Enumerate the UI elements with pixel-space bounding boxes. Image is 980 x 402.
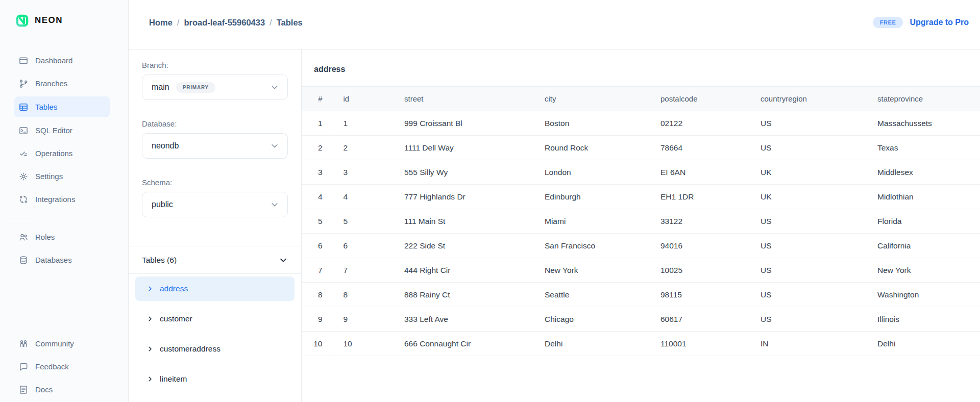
sidebar-item-label: Databases bbox=[35, 256, 72, 264]
dashboard-icon bbox=[18, 56, 29, 66]
table-cell: 9 bbox=[302, 307, 332, 332]
table-cell: UK bbox=[749, 160, 866, 185]
sidebar-item-label: Settings bbox=[35, 172, 63, 181]
sidebar-nav-secondary: RolesDatabases bbox=[0, 225, 128, 271]
table-cell: US bbox=[749, 258, 866, 283]
tables-section-header[interactable]: Tables (6) bbox=[129, 246, 301, 274]
upgrade-to-pro-link[interactable]: Upgrade to Pro bbox=[910, 18, 969, 27]
tables-list-item-lineitem[interactable]: lineitem bbox=[135, 367, 295, 391]
sidebar-item-label: Dashboard bbox=[35, 56, 72, 65]
table-row: 88888 Rainy CtSeattle98115USWashington bbox=[302, 283, 980, 307]
sidebar-item-integrations[interactable]: Integrations bbox=[14, 188, 110, 211]
branch-select[interactable]: main PRIMARY bbox=[142, 74, 288, 100]
community-icon bbox=[18, 339, 29, 349]
sidebar-item-operations[interactable]: Operations bbox=[14, 142, 110, 165]
roles-icon bbox=[18, 232, 29, 242]
schema-select[interactable]: public bbox=[142, 192, 288, 217]
breadcrumb-home[interactable]: Home bbox=[149, 18, 173, 28]
table-cell: 4 bbox=[332, 185, 393, 209]
sidebar-item-branches[interactable]: Branches bbox=[14, 72, 110, 95]
branch-value: main bbox=[152, 83, 169, 92]
sidebar-item-feedback[interactable]: Feedback bbox=[14, 355, 110, 378]
column-header-street: street bbox=[393, 87, 533, 111]
chev-right-icon bbox=[146, 345, 154, 353]
table-cell: 666 Connaught Cir bbox=[393, 332, 533, 356]
sidebar-nav-footer: CommunityFeedbackDocs bbox=[0, 332, 128, 402]
table-item-label: customeraddress bbox=[160, 344, 220, 354]
operations-icon bbox=[18, 148, 29, 159]
sidebar-item-dashboard[interactable]: Dashboard bbox=[14, 49, 110, 72]
table-cell: US bbox=[749, 283, 866, 307]
tables-list-item-customeraddress[interactable]: customeraddress bbox=[135, 337, 295, 361]
table-cell: Midlothian bbox=[866, 185, 980, 209]
table-row: 55111 Main StMiami33122USFlorida bbox=[302, 209, 980, 234]
table-cell: 222 Side St bbox=[393, 234, 533, 258]
sidebar-item-tables[interactable]: Tables bbox=[14, 96, 110, 117]
table-cell: 8 bbox=[332, 283, 393, 307]
table-cell: 3 bbox=[332, 160, 393, 185]
sidebar-item-docs[interactable]: Docs bbox=[14, 378, 110, 401]
table-cell: 10025 bbox=[649, 258, 749, 283]
table-row: 66222 Side StSan Francisco94016USCalifor… bbox=[302, 234, 980, 258]
table-cell: Delhi bbox=[866, 332, 980, 356]
chevron-down-icon bbox=[270, 200, 279, 209]
plan-badge: FREE bbox=[873, 17, 903, 28]
table-item-label: lineitem bbox=[160, 374, 187, 384]
table-cell: 1 bbox=[302, 111, 332, 136]
table-row: 99333 Left AveChicago60617USIllinois bbox=[302, 307, 980, 332]
sidebar-item-sql-editor[interactable]: SQL Editor bbox=[14, 119, 110, 142]
brand-wordmark: NEON bbox=[35, 15, 63, 26]
sidebar-item-settings[interactable]: Settings bbox=[14, 165, 110, 188]
table-row: 44777 Highlands DrEdinburghEH1 1DRUKMidl… bbox=[302, 185, 980, 209]
database-label: Database: bbox=[142, 119, 288, 128]
table-cell: Delhi bbox=[533, 332, 649, 356]
table-cell: US bbox=[749, 111, 866, 136]
sidebar-item-label: Tables bbox=[35, 103, 57, 111]
table-cell: 777 Highlands Dr bbox=[393, 185, 533, 209]
tables-list: addresscustomercustomeraddresslineitem bbox=[129, 274, 301, 399]
table-cell: 10 bbox=[332, 332, 393, 356]
table-row: 77444 Right CirNew York10025USNew York bbox=[302, 258, 980, 283]
breadcrumb-project[interactable]: broad-leaf-55960433 bbox=[184, 18, 265, 28]
table-cell: 8 bbox=[302, 283, 332, 307]
sidebar: NEON DashboardBranchesTablesSQL EditorOp… bbox=[0, 0, 129, 402]
breadcrumb-separator: / bbox=[270, 18, 272, 28]
table-cell: EI 6AN bbox=[649, 160, 749, 185]
settings-icon bbox=[18, 171, 29, 182]
database-select[interactable]: neondb bbox=[142, 133, 288, 159]
table-cell: Seattle bbox=[533, 283, 649, 307]
breadcrumb-current-page: Tables bbox=[277, 18, 303, 28]
table-cell: 98115 bbox=[649, 283, 749, 307]
table-cell: US bbox=[749, 307, 866, 332]
branch-label: Branch: bbox=[142, 61, 288, 69]
database-value: neondb bbox=[152, 141, 179, 150]
neon-logo-icon bbox=[15, 14, 29, 28]
table-cell: 2 bbox=[332, 136, 393, 160]
sidebar-item-roles[interactable]: Roles bbox=[14, 225, 110, 248]
brand-logo-row[interactable]: NEON bbox=[0, 11, 128, 30]
sidebar-item-label: SQL Editor bbox=[35, 126, 72, 135]
table-cell: 60617 bbox=[649, 307, 749, 332]
sidebar-item-community[interactable]: Community bbox=[14, 332, 110, 355]
table-cell: New York bbox=[866, 258, 980, 283]
column-header-id: id bbox=[332, 87, 393, 111]
table-title: address bbox=[302, 49, 980, 86]
table-cell: California bbox=[866, 234, 980, 258]
table-cell: 6 bbox=[302, 234, 332, 258]
table-cell: Chicago bbox=[533, 307, 649, 332]
tables-list-item-customer[interactable]: customer bbox=[135, 307, 295, 331]
table-cell: IN bbox=[749, 332, 866, 356]
tables-list-item-address[interactable]: address bbox=[135, 277, 295, 301]
column-header-countryregion: countryregion bbox=[749, 87, 866, 111]
table-cell: 5 bbox=[302, 209, 332, 234]
databases-icon bbox=[18, 255, 29, 265]
table-cell: 9 bbox=[332, 307, 393, 332]
sidebar-item-databases[interactable]: Databases bbox=[14, 248, 110, 271]
table-row: 1010666 Connaught CirDelhi110001INDelhi bbox=[302, 332, 980, 356]
table-cell: 999 Croissant Bl bbox=[393, 111, 533, 136]
table-cell: US bbox=[749, 209, 866, 234]
table-cell: Florida bbox=[866, 209, 980, 234]
sidebar-item-label: Branches bbox=[35, 79, 67, 88]
schema-label: Schema: bbox=[142, 178, 288, 187]
table-cell: US bbox=[749, 234, 866, 258]
